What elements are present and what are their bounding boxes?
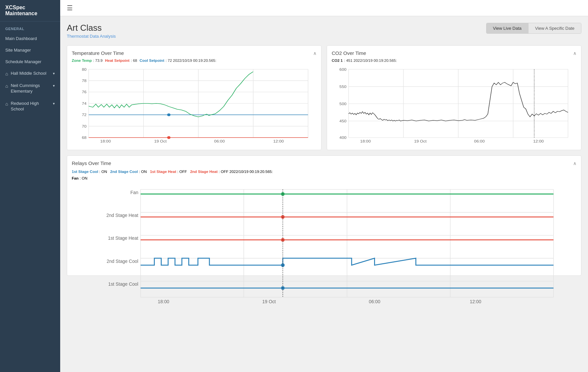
- svg-text:12:00: 12:00: [533, 139, 544, 143]
- menu-icon[interactable]: ☰: [67, 4, 73, 12]
- sidebar-item-redwood-high[interactable]: ⌂ Redwood High School ▾: [0, 98, 60, 115]
- content-area: Art Class Thermostat Data Analysis View …: [60, 16, 588, 372]
- relays-chart-title: Relays Over Time: [72, 160, 111, 166]
- view-date-button[interactable]: View A Specific Date: [528, 23, 581, 33]
- relays-card-header: Relays Over Time ∧: [72, 160, 576, 166]
- redwood-high-label: Redwood High School: [11, 101, 50, 112]
- sidebar-item-main-dashboard[interactable]: Main Dashboard: [0, 33, 60, 44]
- co2-value: : 451 2022/10/19 00:19:20.565:: [344, 59, 397, 62]
- svg-text:06:00: 06:00: [369, 299, 380, 304]
- co2-chart-title: CO2 Over Time: [332, 50, 366, 56]
- page-title: Art Class: [67, 23, 116, 33]
- fan-value: : ON: [78, 176, 87, 180]
- relays-card: Relays Over Time ∧ 1st Stage Cool : ON 2…: [67, 155, 581, 276]
- svg-text:18:00: 18:00: [100, 139, 111, 143]
- stage1-heat-value: : OFF: [176, 170, 189, 174]
- svg-text:2nd Stage Heat: 2nd Stage Heat: [106, 213, 138, 218]
- svg-point-24: [167, 136, 170, 139]
- neil-elementary-label: Neil Cummings Elementary: [11, 83, 50, 94]
- app-title: XCSpec Maintenance: [0, 0, 60, 21]
- svg-text:12:00: 12:00: [273, 139, 284, 143]
- stage2-heat-label: 2nd Stage Heat: [190, 170, 218, 174]
- general-section-label: GENERAL: [0, 21, 60, 33]
- cool-setpoint-label: Cool Setpoint: [140, 59, 164, 62]
- temperature-card: Temperature Over Time ∧ Zone Temp : 73.9…: [67, 45, 321, 150]
- svg-text:400: 400: [339, 136, 347, 140]
- svg-text:550: 550: [339, 85, 347, 89]
- site-manager-label: Site Manager: [5, 48, 31, 53]
- zone-temp-value: : 73.9: [93, 59, 104, 62]
- hall-middle-label: Hall Middle School: [11, 71, 50, 76]
- school-icon: ⌂: [5, 101, 8, 106]
- svg-text:18:00: 18:00: [158, 299, 169, 304]
- stage2-cool-value: : ON: [138, 170, 149, 174]
- chevron-down-icon: ▾: [53, 84, 55, 88]
- chevron-down-icon: ▾: [53, 71, 55, 76]
- temp-legend: Zone Temp : 73.9 Heat Setpoint : 68 Cool…: [72, 59, 316, 62]
- svg-text:500: 500: [339, 102, 347, 106]
- sidebar-item-schedule-manager[interactable]: Schedule Manager: [0, 56, 60, 67]
- heat-setpoint-label: Heat Setpoint: [105, 59, 129, 62]
- svg-text:80: 80: [82, 67, 87, 71]
- relays-chart: Fan 2nd Stage Heat 1st Stage Heat 2nd St…: [72, 185, 576, 271]
- svg-point-26: [167, 113, 170, 116]
- svg-text:450: 450: [339, 119, 347, 123]
- stage1-heat-label: 1st Stage Heat: [150, 170, 176, 174]
- svg-text:72: 72: [82, 113, 86, 117]
- charts-row: Temperature Over Time ∧ Zone Temp : 73.9…: [67, 45, 581, 150]
- svg-text:19 Oct: 19 Oct: [414, 139, 427, 143]
- temp-card-header: Temperature Over Time ∧: [72, 50, 316, 56]
- page-header: Art Class Thermostat Data Analysis View …: [67, 23, 581, 39]
- svg-text:12:00: 12:00: [470, 299, 481, 304]
- topbar: ☰: [60, 0, 588, 16]
- svg-text:19 Oct: 19 Oct: [154, 139, 167, 143]
- view-toggle-group: View Live Data View A Specific Date: [486, 23, 581, 34]
- svg-text:70: 70: [82, 124, 87, 128]
- svg-text:76: 76: [82, 90, 86, 94]
- svg-text:78: 78: [82, 79, 86, 83]
- main-content: ☰ Art Class Thermostat Data Analysis Vie…: [60, 0, 588, 372]
- svg-text:600: 600: [339, 67, 347, 71]
- co2-label: CO2 1: [332, 59, 343, 62]
- svg-text:Fan: Fan: [130, 190, 138, 195]
- relays-legend: 1st Stage Cool : ON 2nd Stage Cool : ON …: [72, 169, 576, 182]
- svg-text:1st Stage Heat: 1st Stage Heat: [108, 236, 138, 241]
- page-title-section: Art Class Thermostat Data Analysis: [67, 23, 116, 39]
- co2-card-header: CO2 Over Time ∧: [332, 50, 576, 56]
- co2-card: CO2 Over Time ∧ CO2 1 : 451 2022/10/19 0…: [327, 45, 581, 150]
- chevron-down-icon: ▾: [53, 102, 55, 106]
- svg-text:06:00: 06:00: [474, 139, 485, 143]
- sidebar: XCSpec Maintenance GENERAL Main Dashboar…: [0, 0, 60, 372]
- stage2-heat-value: : OFF 2022/10/19 00:19:20.565:: [218, 170, 273, 174]
- temp-chart-title: Temperature Over Time: [72, 50, 124, 56]
- temp-collapse-icon[interactable]: ∧: [313, 51, 316, 56]
- school-icon: ⌂: [5, 71, 8, 76]
- sidebar-item-site-manager[interactable]: Site Manager: [0, 44, 60, 56]
- cool-setpoint-value: : 72 2022/10/19 00:19:20.565:: [166, 59, 216, 62]
- stage2-cool-label: 2nd Stage Cool: [110, 170, 138, 174]
- temp-chart: 80 78 76 74 72 70 68 18:00 19 Oct 06:00 …: [72, 66, 316, 145]
- schedule-manager-label: Schedule Manager: [5, 59, 41, 64]
- school-icon: ⌂: [5, 83, 8, 89]
- svg-text:19 Oct: 19 Oct: [262, 299, 276, 304]
- sidebar-item-neil-elementary[interactable]: ⌂ Neil Cummings Elementary ▾: [0, 80, 60, 98]
- co2-chart: 600 550 500 450 400 18:00 19 Oct 06:00 1…: [332, 66, 576, 145]
- zone-temp-label: Zone Temp: [72, 59, 92, 62]
- page-subtitle: Thermostat Data Analysis: [67, 34, 116, 39]
- main-dashboard-label: Main Dashboard: [5, 36, 37, 41]
- svg-text:2nd Stage Cool: 2nd Stage Cool: [107, 259, 139, 264]
- co2-collapse-icon[interactable]: ∧: [573, 51, 576, 56]
- svg-text:18:00: 18:00: [360, 139, 371, 143]
- co2-legend: CO2 1 : 451 2022/10/19 00:19:20.565:: [332, 59, 576, 62]
- fan-label: Fan: [72, 176, 78, 180]
- sidebar-item-hall-middle[interactable]: ⌂ Hall Middle School ▾: [0, 67, 60, 80]
- svg-text:06:00: 06:00: [214, 139, 225, 143]
- svg-text:74: 74: [82, 102, 87, 105]
- heat-setpoint-value: : 68: [131, 59, 138, 62]
- relays-collapse-icon[interactable]: ∧: [573, 161, 576, 166]
- svg-text:1st Stage Cool: 1st Stage Cool: [108, 281, 138, 287]
- svg-text:68: 68: [82, 136, 86, 140]
- view-live-button[interactable]: View Live Data: [486, 23, 528, 33]
- stage1-cool-label: 1st Stage Cool: [72, 170, 98, 174]
- stage1-cool-value: : ON: [98, 170, 109, 174]
